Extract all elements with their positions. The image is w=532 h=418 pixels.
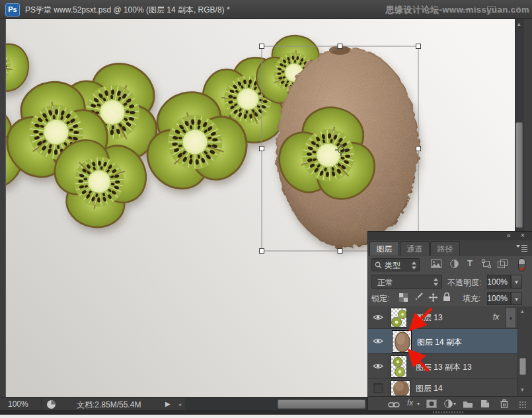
filter-smart-objects-icon[interactable] — [498, 260, 508, 268]
tab-label: 图层 — [377, 244, 393, 254]
collapse-panel-icon[interactable]: « — [507, 232, 511, 240]
watermark-text: 思缘设计论坛-www.missyuan.com — [385, 4, 529, 16]
layer-thumbnail[interactable] — [391, 380, 410, 396]
tab-layers[interactable]: 图层 — [369, 241, 399, 256]
layer-name[interactable]: 图层 14 — [416, 383, 443, 394]
layer-thumbnail[interactable] — [392, 330, 412, 353]
layer-name[interactable]: 图层 13 — [416, 312, 443, 324]
scroll-up-icon[interactable]: ▴ — [517, 21, 521, 27]
fill-value-text: 100% — [487, 294, 508, 303]
opacity-value-text: 100% — [487, 277, 508, 287]
selection-bracket — [392, 347, 397, 353]
adjustment-dropdown-arrow-icon[interactable]: ▾ — [453, 401, 456, 407]
title-bar[interactable]: Ps PS学堂 www.52psxt.psd @ 100% (图层 14 副本,… — [0, 0, 532, 19]
vertical-scrollbar-thumb[interactable] — [515, 122, 523, 228]
filter-type-layers-icon[interactable]: T — [467, 258, 473, 268]
filter-toggle-switch[interactable] — [518, 258, 525, 271]
zoom-level[interactable]: 100% — [8, 400, 28, 409]
preview-pie-icon[interactable] — [46, 400, 56, 409]
delete-layer-trash-icon[interactable] — [500, 399, 509, 409]
panel-resize-grip[interactable] — [519, 401, 527, 409]
panel-tabs: 图层 通道 路径 — [368, 240, 532, 256]
lock-position-move-icon[interactable] — [428, 293, 438, 302]
filter-kind-dropdown[interactable]: 类型 — [371, 258, 420, 271]
tab-channels[interactable]: 通道 — [400, 241, 430, 256]
window-bottom-strip — [0, 410, 532, 415]
link-layers-icon[interactable] — [388, 401, 400, 409]
photoshop-app-icon: Ps — [5, 3, 20, 17]
new-group-folder-icon[interactable] — [463, 400, 473, 408]
spinner-icon — [434, 278, 438, 286]
spinner-icon — [412, 261, 416, 269]
selection-bracket — [406, 347, 412, 353]
blend-mode-row: 正常 不透明度: 100% ▾ — [368, 273, 532, 291]
divider — [41, 398, 42, 410]
fx-dropdown-arrow-icon[interactable]: ▾ — [417, 401, 420, 407]
visibility-toggle-empty[interactable] — [373, 383, 383, 393]
opacity-dropdown-button[interactable]: ▾ — [511, 275, 522, 289]
filter-kind-label: 类型 — [385, 260, 400, 271]
horizontal-scrollbar-thumb[interactable] — [278, 400, 365, 409]
layers-panel: « × 图层 通道 路径 类 — [367, 231, 532, 410]
selection-bracket — [406, 330, 412, 335]
fill-label: 填充: — [463, 293, 480, 304]
tab-label: 通道 — [407, 244, 423, 254]
blend-mode-dropdown[interactable]: 正常 — [371, 275, 442, 289]
layer-name[interactable]: 图层 14 副本 — [417, 337, 462, 348]
resize-handle-dots[interactable] — [433, 411, 463, 413]
layer-row-4[interactable]: 图层 14 — [368, 379, 517, 396]
eye-icon[interactable] — [373, 337, 383, 345]
layer-thumbnail[interactable] — [391, 308, 407, 328]
eye-icon[interactable] — [373, 314, 383, 321]
photoshop-window: ▴ 100% 文档:2.85M/55.4M ▶ ◂ « × 图层 通道 — [0, 0, 532, 418]
layer-row-2-selected[interactable]: 图层 14 副本 — [368, 329, 517, 354]
panel-menu-icon[interactable] — [516, 244, 527, 252]
layers-list: 图层 13 fx ▾ — [368, 306, 532, 396]
tab-paths[interactable]: 路径 — [430, 241, 460, 256]
lock-row: 锁定: 填充: 100% ▾ — [368, 291, 532, 306]
desktop-strip — [0, 415, 532, 418]
status-menu-arrow-icon[interactable]: ▶ — [165, 400, 171, 407]
hscroll-left-arrow-icon[interactable]: ◂ — [178, 401, 181, 407]
layer-row-3[interactable]: 图层 13 副本 13 — [368, 354, 517, 379]
window-title: PS学堂 www.52psxt.psd @ 100% (图层 14 副本, RG… — [25, 5, 230, 16]
close-panel-icon[interactable]: × — [521, 232, 525, 240]
status-bar: 100% 文档:2.85M/55.4M ▶ ◂ — [0, 397, 367, 411]
layers-scrollbar-thumb[interactable] — [519, 358, 526, 375]
scroll-down-icon[interactable]: ▾ — [521, 387, 524, 393]
filter-pixel-layers-icon[interactable] — [431, 260, 441, 268]
opacity-value[interactable]: 100% — [487, 275, 511, 289]
layers-scrollbar[interactable]: ▴ ▾ — [517, 306, 532, 396]
eye-icon[interactable] — [373, 363, 383, 370]
lock-transparency-icon[interactable] — [399, 293, 408, 302]
fill-value[interactable]: 100% — [487, 292, 511, 305]
scroll-up-icon[interactable]: ▴ — [521, 308, 524, 314]
lock-label: 锁定: — [371, 293, 389, 304]
filter-adjustment-layers-icon[interactable] — [450, 260, 459, 268]
opacity-label: 不透明度: — [447, 277, 481, 289]
search-icon — [375, 261, 382, 269]
panel-mini-bar: « × — [368, 232, 532, 240]
layer-thumbnail[interactable] — [391, 355, 407, 378]
window-left-edge — [0, 18, 6, 397]
layer-fx-badge[interactable]: fx — [493, 312, 499, 322]
blend-mode-value: 正常 — [377, 277, 393, 289]
add-layer-mask-icon[interactable] — [426, 400, 437, 408]
fill-dropdown-button[interactable]: ▾ — [511, 292, 522, 305]
fx-collapse-button[interactable]: ▾ — [506, 307, 516, 328]
tab-label: 路径 — [437, 244, 453, 254]
filter-shape-layers-icon[interactable] — [482, 260, 491, 268]
new-layer-icon[interactable] — [480, 400, 490, 408]
document-size-info[interactable]: 文档:2.85M/55.4M — [77, 400, 141, 411]
selection-bracket — [392, 330, 397, 335]
layers-panel-iconbar: fx ▾ ▾ — [368, 396, 532, 411]
layer-name[interactable]: 图层 13 副本 13 — [416, 362, 472, 373]
lock-all-icon[interactable] — [443, 292, 451, 302]
adjustment-layer-icon[interactable] — [444, 400, 453, 408]
layer-row-1[interactable]: 图层 13 fx ▾ — [368, 306, 517, 329]
lock-pixels-brush-icon[interactable] — [414, 293, 423, 302]
layer-style-fx-icon[interactable]: fx — [407, 398, 413, 407]
layer-filter-row: 类型 T — [368, 256, 532, 273]
